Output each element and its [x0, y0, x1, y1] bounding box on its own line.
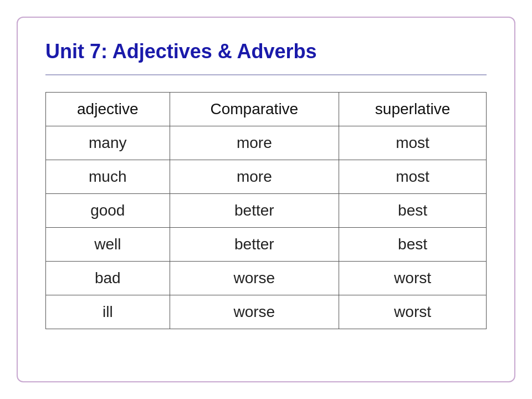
slide-title: Unit 7: Adjectives & Adverbs — [45, 40, 487, 63]
table-row: goodbetterbest — [46, 194, 487, 228]
table-cell: much — [46, 160, 170, 194]
adjectives-table: adjectiveComparativesuperlativemanymorem… — [45, 92, 487, 329]
table-cell: worse — [170, 295, 339, 329]
title-divider — [45, 74, 487, 75]
table-header-cell: adjective — [46, 93, 170, 126]
table-cell: ill — [46, 295, 170, 329]
table-cell: more — [170, 160, 339, 194]
table-row: muchmoremost — [46, 160, 487, 194]
table-cell: best — [339, 228, 487, 262]
table-row: manymoremost — [46, 126, 487, 160]
slide-container: Unit 7: Adjectives & Adverbs adjectiveCo… — [17, 17, 515, 382]
table-cell: bad — [46, 262, 170, 295]
table-cell: most — [339, 126, 487, 160]
table-cell: better — [170, 228, 339, 262]
table-cell: more — [170, 126, 339, 160]
table-cell: worse — [170, 262, 339, 295]
table-header-cell: Comparative — [170, 93, 339, 126]
table-row: illworseworst — [46, 295, 487, 329]
table-cell: many — [46, 126, 170, 160]
table-cell: better — [170, 194, 339, 228]
table-row: badworseworst — [46, 262, 487, 295]
table-cell: good — [46, 194, 170, 228]
table-cell: most — [339, 160, 487, 194]
table-header-cell: superlative — [339, 93, 487, 126]
table-row: wellbetterbest — [46, 228, 487, 262]
table-cell: worst — [339, 262, 487, 295]
table-cell: worst — [339, 295, 487, 329]
table-cell: best — [339, 194, 487, 228]
table-cell: well — [46, 228, 170, 262]
